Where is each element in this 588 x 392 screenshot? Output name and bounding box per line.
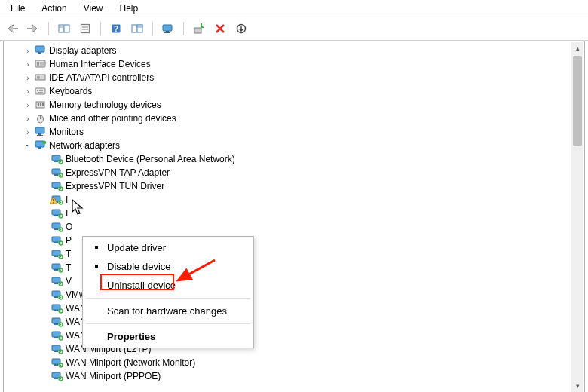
scan-hardware-button[interactable] <box>128 20 146 38</box>
svg-rect-29 <box>39 90 41 91</box>
expand-collapse-icon[interactable]: › <box>23 127 33 137</box>
svg-rect-95 <box>52 318 60 323</box>
svg-rect-112 <box>54 378 58 379</box>
enable-device-button[interactable] <box>190 20 208 38</box>
svg-rect-80 <box>54 269 58 271</box>
device-category-row[interactable]: › Display adapters <box>5 44 571 57</box>
expand-collapse-icon[interactable]: › <box>23 72 33 83</box>
toolbar-separator <box>100 22 101 35</box>
adapter-label: ExpressVPN TAP Adapter <box>65 167 170 178</box>
forward-button[interactable] <box>24 20 42 38</box>
menu-view[interactable]: View <box>76 1 111 16</box>
network-adapter-icon <box>50 167 63 179</box>
device-category-row[interactable]: › Mice and other pointing devices <box>5 112 571 125</box>
svg-rect-63 <box>52 210 60 215</box>
svg-rect-13 <box>164 32 170 33</box>
scroll-up-icon[interactable]: ▴ <box>571 42 583 54</box>
svg-rect-20 <box>38 52 41 54</box>
scroll-down-icon[interactable]: ▾ <box>571 380 583 392</box>
network-adapter-icon <box>50 316 63 328</box>
show-hide-console-button[interactable] <box>55 20 73 38</box>
network-adapter-icon <box>50 357 63 369</box>
category-icon <box>33 85 47 97</box>
svg-rect-50 <box>54 174 58 176</box>
network-adapter-icon <box>50 153 63 165</box>
adapter-label: Bluetooth Device (Personal Area Network) <box>65 154 236 164</box>
device-category-row[interactable]: › IDE ATA/ATAPI controllers <box>5 71 571 84</box>
toolbar: ? <box>0 17 588 41</box>
expand-collapse-icon[interactable]: › <box>23 86 33 96</box>
menu-file[interactable]: File <box>3 1 32 16</box>
menu-action[interactable]: Action <box>34 1 74 16</box>
svg-rect-62 <box>53 202 54 203</box>
svg-rect-31 <box>38 92 43 93</box>
device-category-row[interactable]: › Keyboards <box>5 84 571 98</box>
device-category-row[interactable]: › Memory technology devices <box>5 98 571 112</box>
network-adapter-row[interactable]: WAN Miniport (Network Monitor) <box>5 356 571 369</box>
adapter-label: V <box>65 276 72 286</box>
svg-rect-40 <box>37 135 43 136</box>
properties-button[interactable] <box>76 20 94 38</box>
svg-rect-75 <box>52 250 60 256</box>
svg-rect-39 <box>38 133 41 135</box>
adapter-label: ExpressVPN TUN Driver <box>65 181 165 191</box>
expand-collapse-icon[interactable]: › <box>23 113 33 124</box>
svg-point-60 <box>60 202 61 204</box>
svg-point-86 <box>60 283 61 285</box>
svg-point-82 <box>60 270 61 271</box>
svg-rect-54 <box>54 188 58 189</box>
context-disable-device[interactable]: Disable device <box>84 257 252 276</box>
back-button[interactable] <box>3 20 21 38</box>
svg-point-106 <box>60 351 61 353</box>
svg-rect-64 <box>54 215 58 216</box>
network-adapter-row[interactable]: ExpressVPN TAP Adapter <box>5 166 571 179</box>
adapter-label: I <box>65 208 69 219</box>
svg-rect-38 <box>35 127 44 133</box>
network-adapter-row[interactable]: I <box>5 193 571 207</box>
menu-help[interactable]: Help <box>112 1 146 16</box>
svg-rect-79 <box>52 264 60 269</box>
context-scan-hardware[interactable]: Scan for hardware changes <box>84 302 252 320</box>
help-button[interactable]: ? <box>107 20 125 38</box>
device-category-row[interactable]: › Monitors <box>5 125 571 139</box>
expand-collapse-icon[interactable]: › <box>23 45 33 56</box>
network-adapter-row[interactable]: O <box>5 220 571 234</box>
bullet-icon <box>95 265 98 268</box>
svg-rect-76 <box>54 256 58 257</box>
network-adapter-row[interactable]: Bluetooth Device (Personal Area Network) <box>5 152 571 166</box>
menu-bar: File Action View Help <box>0 0 588 17</box>
device-category-row[interactable]: › Network adapters <box>5 139 571 152</box>
disable-device-button[interactable] <box>211 20 229 38</box>
context-update-driver[interactable]: Update driver <box>84 238 252 257</box>
svg-point-52 <box>60 175 61 176</box>
expand-collapse-icon[interactable]: › <box>23 100 33 110</box>
context-separator <box>86 298 250 299</box>
context-properties[interactable]: Properties <box>84 327 252 346</box>
svg-point-98 <box>60 324 61 326</box>
scroll-thumb[interactable] <box>573 56 582 146</box>
svg-rect-45 <box>52 155 60 161</box>
expand-collapse-icon[interactable]: › <box>23 140 33 151</box>
update-driver-button[interactable] <box>232 20 250 38</box>
svg-point-114 <box>60 378 61 380</box>
view-devices-button[interactable] <box>159 20 177 38</box>
network-adapter-row[interactable]: I <box>5 207 571 220</box>
network-adapter-icon <box>50 180 63 192</box>
svg-rect-3 <box>81 25 90 33</box>
toolbar-separator <box>152 22 153 35</box>
context-item-label: Disable device <box>107 261 171 272</box>
network-adapter-row[interactable]: WAN Miniport (PPPOE) <box>5 369 571 383</box>
network-adapter-icon <box>50 221 63 233</box>
context-uninstall-device[interactable]: Uninstall device <box>84 276 252 295</box>
network-adapter-icon <box>50 343 63 355</box>
svg-rect-19 <box>35 46 44 52</box>
svg-rect-71 <box>52 237 60 242</box>
svg-point-90 <box>60 297 61 299</box>
network-adapter-icon <box>50 289 63 301</box>
expand-collapse-icon[interactable]: › <box>23 59 33 69</box>
category-label: Display adapters <box>48 45 117 56</box>
device-category-row[interactable]: › Human Interface Devices <box>5 57 571 71</box>
network-adapter-row[interactable]: ExpressVPN TUN Driver <box>5 179 571 193</box>
vertical-scrollbar[interactable]: ▴ ▾ <box>571 42 583 392</box>
context-item-label: Uninstall device <box>107 280 176 291</box>
